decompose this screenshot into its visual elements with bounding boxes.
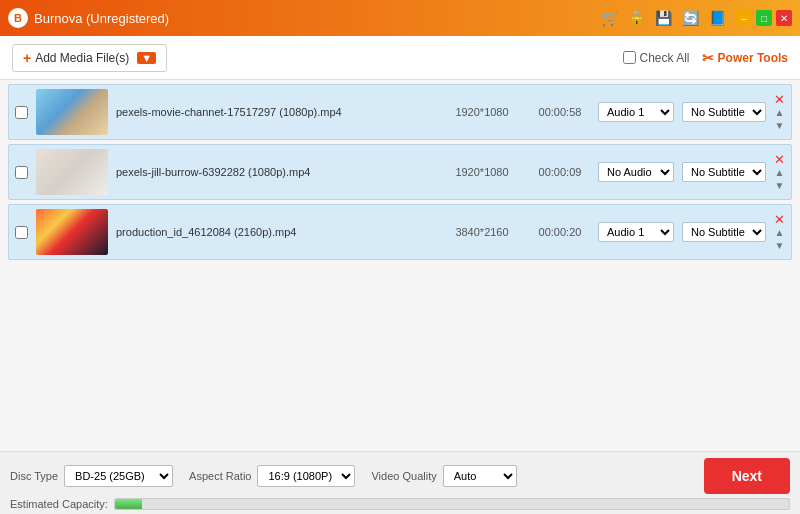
window-controls: – □ ✕: [736, 10, 792, 26]
video-quality-group: Video Quality Auto High Medium Low: [371, 465, 516, 487]
aspect-ratio-group: Aspect Ratio 16:9 (1080P) 4:3 Auto: [189, 465, 355, 487]
audio-dropdown-1[interactable]: No Audio Audio 1: [598, 162, 674, 182]
app-logo: B: [8, 8, 28, 28]
file-subtitle-select-1[interactable]: No Subtitle: [682, 162, 766, 182]
file-subtitle-select-0[interactable]: No Subtitle: [682, 102, 766, 122]
move-down-button-1[interactable]: ▼: [775, 180, 785, 192]
toolbar: + Add Media File(s) ▼ Check All ✂ Power …: [0, 36, 800, 80]
audio-dropdown-0[interactable]: Audio 1 No Audio: [598, 102, 674, 122]
capacity-progress-fill: [115, 499, 142, 509]
close-button[interactable]: ✕: [776, 10, 792, 26]
minimize-button[interactable]: –: [736, 10, 752, 26]
video-quality-select[interactable]: Auto High Medium Low: [443, 465, 517, 487]
file-duration-1: 00:00:09: [530, 166, 590, 178]
power-tools-icon: ✂: [702, 50, 714, 66]
capacity-row: Estimated Capacity: 2.5GB 5GB 7.5GB 10GB…: [10, 498, 790, 510]
move-down-button-0[interactable]: ▼: [775, 120, 785, 132]
save-icon[interactable]: 💾: [655, 10, 672, 26]
move-down-button-2[interactable]: ▼: [775, 240, 785, 252]
empty-drop-area: [8, 264, 792, 414]
file-name-2: production_id_4612084 (2160p).mp4: [116, 226, 434, 238]
file-checkbox-1[interactable]: [15, 166, 28, 179]
file-thumbnail-0: [36, 89, 108, 135]
plus-icon: +: [23, 50, 31, 66]
disc-type-group: Disc Type BD-25 (25GB) BD-50 (50GB) DVD-…: [10, 465, 173, 487]
subtitle-dropdown-2[interactable]: No Subtitle: [682, 222, 766, 242]
file-thumbnail-1: [36, 149, 108, 195]
subtitle-dropdown-1[interactable]: No Subtitle: [682, 162, 766, 182]
app-title: Burnova (Unregistered): [34, 11, 601, 26]
facebook-icon[interactable]: 📘: [709, 10, 726, 26]
move-up-button-2[interactable]: ▲: [775, 227, 785, 239]
cart-icon[interactable]: 🛒: [601, 10, 618, 26]
maximize-button[interactable]: □: [756, 10, 772, 26]
disc-type-label: Disc Type: [10, 470, 58, 482]
file-resolution-0: 1920*1080: [442, 106, 522, 118]
logo-text: B: [14, 12, 22, 24]
lock-icon[interactable]: 🔒: [628, 10, 645, 26]
delete-button-1[interactable]: ✕: [774, 153, 785, 166]
file-name-0: pexels-movie-channet-17517297 (1080p).mp…: [116, 106, 434, 118]
add-media-button[interactable]: + Add Media File(s) ▼: [12, 44, 167, 72]
file-resolution-1: 1920*1080: [442, 166, 522, 178]
check-all-label[interactable]: Check All: [623, 51, 690, 65]
bottom-bar: Disc Type BD-25 (25GB) BD-50 (50GB) DVD-…: [0, 451, 800, 514]
file-audio-select-0[interactable]: Audio 1 No Audio: [598, 102, 674, 122]
file-audio-select-1[interactable]: No Audio Audio 1: [598, 162, 674, 182]
file-thumbnail-2: [36, 209, 108, 255]
power-tools-label: Power Tools: [718, 51, 788, 65]
file-checkbox-2[interactable]: [15, 226, 28, 239]
row-actions-0: ✕ ▲ ▼: [774, 93, 785, 132]
header-icon-group: 🛒 🔒 💾 🔄 📘: [601, 10, 726, 26]
delete-button-0[interactable]: ✕: [774, 93, 785, 106]
file-duration-0: 00:00:58: [530, 106, 590, 118]
main-content: + Add Media File(s) ▼ Check All ✂ Power …: [0, 36, 800, 514]
power-tools-button[interactable]: ✂ Power Tools: [702, 50, 788, 66]
move-up-button-1[interactable]: ▲: [775, 167, 785, 179]
bottom-controls: Disc Type BD-25 (25GB) BD-50 (50GB) DVD-…: [10, 458, 790, 494]
next-button[interactable]: Next: [704, 458, 790, 494]
video-quality-label: Video Quality: [371, 470, 436, 482]
disc-type-select[interactable]: BD-25 (25GB) BD-50 (50GB) DVD-5 (4.7GB) …: [64, 465, 173, 487]
file-row: pexels-movie-channet-17517297 (1080p).mp…: [8, 84, 792, 140]
file-resolution-2: 3840*2160: [442, 226, 522, 238]
file-checkbox-0[interactable]: [15, 106, 28, 119]
subtitle-dropdown-0[interactable]: No Subtitle: [682, 102, 766, 122]
file-duration-2: 00:00:20: [530, 226, 590, 238]
file-list-area: pexels-movie-channet-17517297 (1080p).mp…: [0, 80, 800, 451]
aspect-ratio-select[interactable]: 16:9 (1080P) 4:3 Auto: [257, 465, 355, 487]
capacity-progress-bar: 2.5GB 5GB 7.5GB 10GB 12.5GB 15GB 17.5GB …: [114, 498, 790, 510]
audio-dropdown-2[interactable]: Audio 1 No Audio: [598, 222, 674, 242]
refresh-icon[interactable]: 🔄: [682, 10, 699, 26]
move-up-button-0[interactable]: ▲: [775, 107, 785, 119]
aspect-ratio-label: Aspect Ratio: [189, 470, 251, 482]
file-name-1: pexels-jill-burrow-6392282 (1080p).mp4: [116, 166, 434, 178]
delete-button-2[interactable]: ✕: [774, 213, 785, 226]
toolbar-right: Check All ✂ Power Tools: [623, 50, 788, 66]
file-audio-select-2[interactable]: Audio 1 No Audio: [598, 222, 674, 242]
file-row: production_id_4612084 (2160p).mp4 3840*2…: [8, 204, 792, 260]
row-actions-1: ✕ ▲ ▼: [774, 153, 785, 192]
dropdown-arrow-icon[interactable]: ▼: [137, 52, 156, 64]
check-all-checkbox[interactable]: [623, 51, 636, 64]
estimated-capacity-label: Estimated Capacity:: [10, 498, 108, 510]
check-all-text: Check All: [640, 51, 690, 65]
add-media-label: Add Media File(s): [35, 51, 129, 65]
row-actions-2: ✕ ▲ ▼: [774, 213, 785, 252]
title-bar: B Burnova (Unregistered) 🛒 🔒 💾 🔄 📘 – □ ✕: [0, 0, 800, 36]
file-subtitle-select-2[interactable]: No Subtitle: [682, 222, 766, 242]
file-row: pexels-jill-burrow-6392282 (1080p).mp4 1…: [8, 144, 792, 200]
